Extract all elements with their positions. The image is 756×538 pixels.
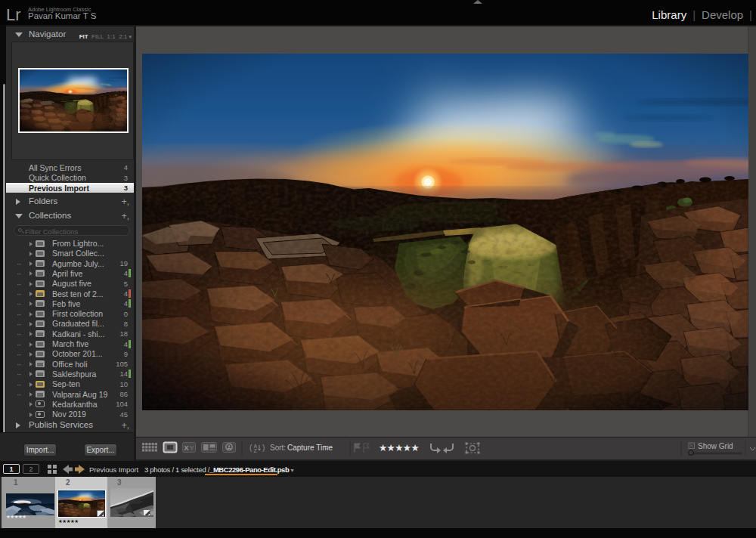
svg-text:Capture Time: Capture Time <box>287 444 333 452</box>
svg-text:X: X <box>184 444 189 452</box>
svg-text:★★★★★: ★★★★★ <box>379 443 419 453</box>
svg-text:Sort:: Sort: <box>270 444 286 452</box>
svg-text:(: ( <box>249 444 253 452</box>
svg-text:): ) <box>262 444 265 452</box>
svg-text:Y: Y <box>190 444 194 452</box>
svg-text:Show Grid: Show Grid <box>698 442 733 450</box>
svg-text:Z: Z <box>254 448 258 453</box>
